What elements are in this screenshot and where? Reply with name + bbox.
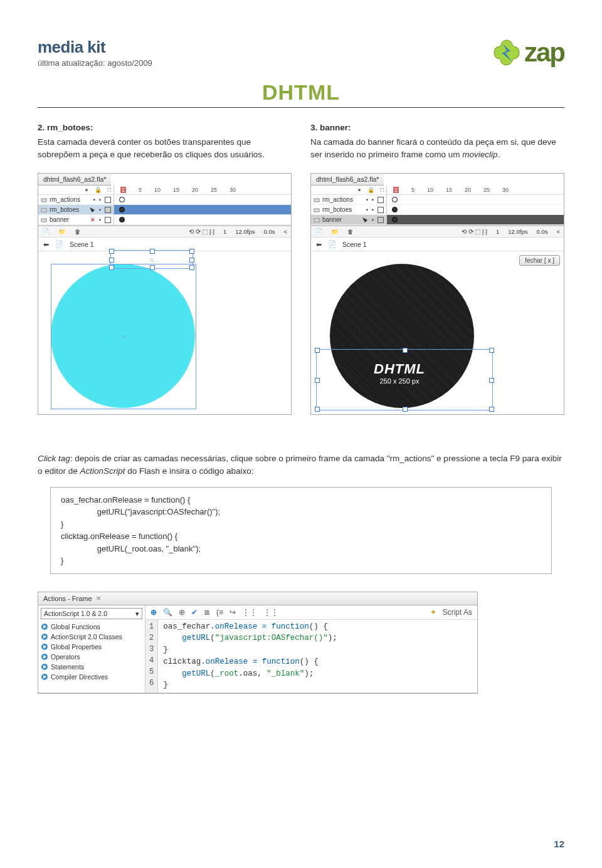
tree-item[interactable]: Compiler Directives bbox=[41, 672, 142, 682]
layer-add-icon[interactable]: 📄 bbox=[42, 228, 50, 235]
timeline-ruler: 1 51015202530 bbox=[114, 186, 291, 195]
script-assist-label[interactable]: Script As bbox=[443, 608, 472, 617]
page-title: DHTML bbox=[38, 80, 564, 105]
back-icon[interactable]: ⬅ bbox=[43, 241, 49, 248]
zap-logo: zap bbox=[492, 38, 564, 68]
code-block: oas_fechar.onRelease = function() { getU… bbox=[50, 487, 552, 574]
close-icon[interactable]: ✕ bbox=[96, 595, 101, 602]
layer-row[interactable]: rm_actions •• bbox=[311, 195, 386, 205]
scene-icon: 📄 bbox=[55, 240, 63, 248]
layer-name: banner bbox=[322, 216, 342, 223]
media-kit-title: media kit bbox=[38, 38, 492, 57]
scene-icon: 📄 bbox=[328, 240, 336, 248]
col-right-body: Na camada do banner ficará o conteúdo da… bbox=[310, 136, 564, 160]
tree-item[interactable]: Global Functions bbox=[41, 622, 142, 632]
layer-row[interactable]: banner ✕• bbox=[38, 215, 114, 225]
svg-rect-4 bbox=[314, 209, 319, 212]
fechar-button[interactable]: fechar [ x ] bbox=[519, 255, 560, 266]
layer-name: rm_botoes bbox=[50, 206, 79, 213]
flash-screenshot-banner: dhtml_flash6_as2.fla* ●🔒□ rm_actions •• … bbox=[310, 173, 564, 415]
timeline-status: 📄 📁 🗑 ⟲ ⟳ ⬚ [·] 1 12.0fps 0.0s < bbox=[38, 226, 291, 237]
flash-stage[interactable]: fechar [ x ] DHTML 250 x 250 px bbox=[311, 251, 564, 414]
trash-icon[interactable]: 🗑 bbox=[75, 228, 81, 235]
layer-name: rm_actions bbox=[50, 196, 80, 203]
folder-add-icon[interactable]: 📁 bbox=[58, 228, 66, 235]
svg-rect-2 bbox=[41, 219, 46, 222]
page-number: 12 bbox=[554, 839, 564, 849]
flash-screenshot-rm-botoes: dhtml_flash6_as2.fla* ●🔒□ rm_actions •• … bbox=[38, 173, 292, 415]
layer-row[interactable]: banner • bbox=[311, 215, 386, 225]
code-editor[interactable]: oas_fechar.onRelease = function() { getU… bbox=[158, 620, 342, 693]
clicktag-paragraph: Click tag: depois de criar as camadas ne… bbox=[38, 452, 564, 478]
format-icon[interactable]: ≣ bbox=[204, 608, 210, 617]
layer-name: rm_actions bbox=[322, 196, 353, 203]
svg-rect-0 bbox=[41, 199, 46, 202]
flash-stage[interactable]: ○ ○ bbox=[38, 251, 291, 414]
layer-name: banner bbox=[50, 216, 69, 223]
line-gutter: 1 2 3 4 5 6 bbox=[145, 620, 158, 693]
layer-row[interactable]: rm_botoes •• bbox=[311, 205, 386, 215]
col-left-heading: 2. rm_botoes: bbox=[38, 123, 292, 132]
tree-item[interactable]: Operators bbox=[41, 652, 142, 662]
layer-add-icon[interactable]: 📄 bbox=[315, 228, 322, 235]
timeline-status: 📄 📁 🗑 ⟲ ⟳ ⬚ [·] 1 12.0fps 0.0s < bbox=[311, 226, 564, 237]
misc2-icon[interactable]: ⋮⋮ bbox=[263, 608, 278, 617]
col-right-heading: 3. banner: bbox=[310, 123, 564, 132]
actions-tab-label[interactable]: Actions - Frame bbox=[43, 595, 92, 602]
layer-row[interactable]: rm_actions •• bbox=[38, 195, 114, 205]
scene-label[interactable]: Scene 1 bbox=[70, 241, 94, 248]
trash-icon[interactable]: 🗑 bbox=[347, 228, 354, 235]
chevron-down-icon: ▾ bbox=[135, 610, 139, 617]
svg-rect-3 bbox=[314, 199, 319, 202]
add-icon[interactable]: ⊕ bbox=[150, 608, 157, 617]
scene-label[interactable]: Scene 1 bbox=[342, 241, 367, 248]
layer-name: rm_botoes bbox=[322, 206, 352, 213]
timeline-ruler: 1 51015202530 bbox=[387, 186, 564, 195]
check-icon[interactable]: ✔ bbox=[191, 608, 198, 617]
last-updated: última atualização: agosto/2009 bbox=[38, 58, 492, 68]
debug-icon[interactable]: ↪ bbox=[230, 608, 236, 617]
tree-item[interactable]: Statements bbox=[41, 662, 142, 672]
svg-rect-5 bbox=[314, 219, 319, 222]
wand-icon[interactable]: ✦ bbox=[430, 608, 436, 617]
target-icon[interactable]: ⊕ bbox=[179, 608, 185, 617]
col-left-body: Esta camada deverá conter os botões tran… bbox=[38, 136, 292, 160]
folder-add-icon[interactable]: 📁 bbox=[331, 228, 339, 235]
logo-icon bbox=[492, 38, 522, 68]
tree-item[interactable]: Global Properties bbox=[41, 642, 142, 652]
layer-row[interactable]: rm_botoes • bbox=[38, 205, 114, 215]
back-icon[interactable]: ⬅ bbox=[316, 241, 322, 248]
as-version-dropdown[interactable]: ActionScript 1.0 & 2.0 ▾ bbox=[41, 608, 142, 619]
tree-item[interactable]: ActionScript 2.0 Classes bbox=[41, 632, 142, 642]
logo-text: zap bbox=[524, 38, 564, 68]
misc-icon[interactable]: ⋮⋮ bbox=[242, 608, 257, 617]
flash-tab-filename[interactable]: dhtml_flash6_as2.fla* bbox=[311, 174, 384, 186]
actionscript-panel: Actions - Frame ✕ ActionScript 1.0 & 2.0… bbox=[38, 592, 478, 694]
hint-icon[interactable]: (≡ bbox=[216, 608, 223, 617]
svg-rect-1 bbox=[41, 209, 46, 212]
search-icon[interactable]: 🔍 bbox=[163, 608, 172, 617]
flash-tab-filename[interactable]: dhtml_flash6_as2.fla* bbox=[38, 174, 111, 186]
